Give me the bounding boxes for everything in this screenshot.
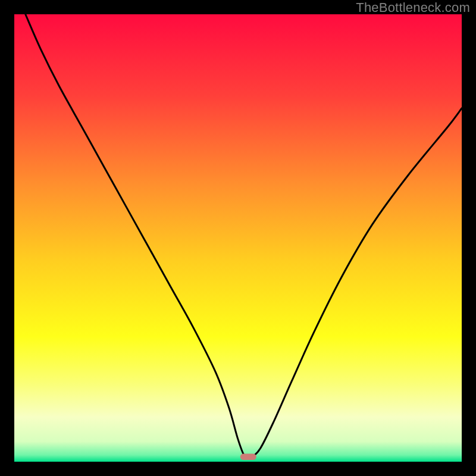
chart-background	[14, 14, 462, 462]
watermark-text: TheBottleneck.com	[356, 0, 470, 15]
bottleneck-chart	[0, 0, 476, 476]
chart-frame: TheBottleneck.com	[0, 0, 476, 476]
optimal-point-marker	[240, 453, 256, 460]
